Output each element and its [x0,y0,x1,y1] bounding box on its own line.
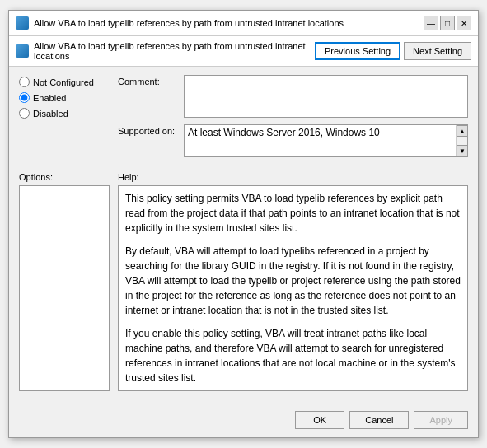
help-paragraph-2: By default, VBA will attempt to load typ… [125,244,461,318]
header-buttons: Previous Setting Next Setting [315,42,471,60]
previous-setting-button[interactable]: Previous Setting [315,42,400,60]
scroll-down-arrow[interactable]: ▼ [457,145,468,156]
header-icon [16,44,29,58]
supported-label: Supported on: [118,124,184,136]
radio-disabled-input[interactable] [19,108,30,119]
radio-not-configured-label: Not Configured [33,77,94,87]
comment-label: Comment: [118,75,184,86]
next-setting-button[interactable]: Next Setting [404,42,471,60]
radio-enabled-input[interactable] [19,92,30,103]
comment-row: Comment: [118,75,468,118]
help-label: Help: [118,172,468,182]
help-paragraph-1: This policy setting permits VBA to load … [125,191,461,236]
comment-textarea[interactable] [184,75,468,118]
supported-value: At least Windows Server 2016, Windows 10… [184,124,468,157]
cancel-button[interactable]: Cancel [349,411,409,429]
fields-section: Comment: Supported on: At least Windows … [118,75,468,164]
header-left: Allow VBA to load typelib references by … [16,41,315,61]
title-bar: Allow VBA to load typelib references by … [9,11,478,36]
close-button[interactable]: ✕ [457,16,471,30]
help-panel: Help: This policy setting permits VBA to… [118,172,468,391]
options-box [19,185,110,391]
apply-button[interactable]: Apply [414,411,468,429]
radio-group: Not Configured Enabled Disabled [19,75,110,164]
ok-button[interactable]: OK [295,411,344,429]
supported-scrollbar: ▲ ▼ [456,125,467,156]
dialog-window: Allow VBA to load typelib references by … [8,10,479,438]
radio-not-configured-input[interactable] [19,77,30,87]
supported-row: Supported on: At least Windows Server 20… [118,124,468,157]
maximize-button[interactable]: □ [440,16,455,30]
radio-enabled-label: Enabled [33,93,66,103]
dialog-content: Not Configured Enabled Disabled Comment: [9,67,478,406]
top-section: Not Configured Enabled Disabled Comment: [19,75,468,164]
radio-disabled-label: Disabled [33,109,68,119]
supported-text: At least Windows Server 2016, Windows 10 [188,127,380,138]
radio-not-configured[interactable]: Not Configured [19,77,110,87]
bottom-section: Options: Help: This policy setting permi… [19,172,468,391]
scroll-up-arrow[interactable]: ▲ [457,125,468,137]
title-bar-controls: — □ ✕ [424,16,471,30]
title-bar-text: Allow VBA to load typelib references by … [34,18,419,28]
options-panel: Options: [19,172,110,391]
radio-enabled[interactable]: Enabled [19,92,110,103]
header-row: Allow VBA to load typelib references by … [9,36,478,67]
help-content[interactable]: This policy setting permits VBA to load … [118,185,468,391]
minimize-button[interactable]: — [424,16,438,30]
dialog-footer: OK Cancel Apply [9,406,478,437]
radio-disabled[interactable]: Disabled [19,108,110,119]
help-paragraph-3: If you enable this policy setting, VBA w… [125,326,461,385]
options-label: Options: [19,172,110,182]
header-title: Allow VBA to load typelib references by … [34,41,315,61]
dialog-icon [16,16,29,30]
